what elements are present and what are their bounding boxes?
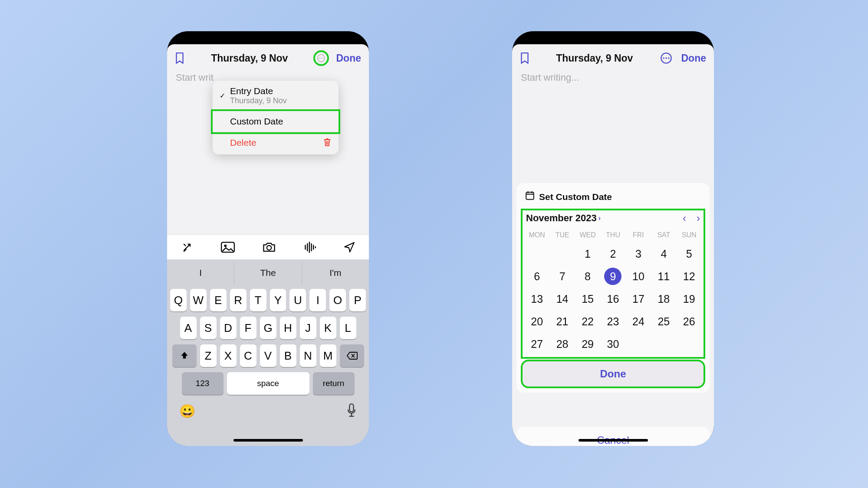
svg-point-3 [322, 58, 324, 59]
key-d[interactable]: D [220, 317, 237, 339]
key-a[interactable]: A [180, 317, 197, 339]
key-w[interactable]: W [190, 289, 207, 311]
calendar-day[interactable]: 6 [524, 265, 549, 288]
emoji-icon[interactable]: 😀 [179, 403, 195, 419]
location-icon[interactable] [344, 242, 355, 253]
calendar-day[interactable]: 10 [626, 265, 651, 288]
key-z[interactable]: Z [200, 344, 217, 367]
chevron-right-icon: › [598, 214, 601, 222]
key-u[interactable]: U [289, 289, 306, 311]
key-v[interactable]: V [260, 344, 276, 367]
calendar-day[interactable]: 13 [524, 288, 549, 310]
menu-item-entry-date[interactable]: ✓ Entry Date Thursday, 9 Nov [213, 81, 339, 111]
calendar-day[interactable]: 9 [600, 265, 625, 288]
done-button[interactable]: Done [336, 52, 361, 64]
editor-sheet: Thursday, 9 Nov Done Start writing... Se… [512, 44, 714, 446]
key-space[interactable]: space [227, 372, 309, 395]
key-numbers[interactable]: 123 [182, 372, 224, 395]
key-y[interactable]: Y [270, 289, 286, 311]
menu-item-delete[interactable]: Delete [213, 132, 339, 154]
key-t[interactable]: T [250, 289, 266, 311]
suggestion[interactable]: I [167, 262, 234, 284]
calendar-day[interactable]: 24 [626, 310, 651, 333]
calendar-day[interactable]: 20 [524, 310, 549, 333]
entry-date-title: Thursday, 9 Nov [556, 52, 633, 64]
key-m[interactable]: M [320, 344, 336, 367]
calendar-day[interactable]: 30 [600, 333, 625, 355]
calendar-day[interactable]: 25 [651, 310, 676, 333]
datepicker-cancel-button[interactable]: Cancel [516, 427, 710, 446]
key-r[interactable]: R [230, 289, 247, 311]
menu-item-label: Custom Date [230, 116, 283, 127]
month-selector[interactable]: November 2023 › [526, 213, 601, 224]
key-q[interactable]: Q [170, 289, 187, 311]
calendar-day[interactable]: 28 [549, 333, 575, 355]
key-h[interactable]: H [280, 317, 296, 339]
calendar-day[interactable]: 27 [524, 333, 549, 355]
editor-textarea[interactable]: Start writing... [512, 72, 714, 83]
key-e[interactable]: E [210, 289, 227, 311]
key-return[interactable]: return [313, 372, 355, 395]
next-month-icon[interactable]: › [697, 212, 700, 224]
svg-point-2 [321, 58, 322, 59]
calendar-day[interactable]: 5 [677, 242, 702, 265]
mic-icon[interactable] [346, 403, 357, 419]
suggestion-bar: I The I'm [167, 262, 369, 284]
key-s[interactable]: S [200, 317, 217, 339]
key-c[interactable]: C [240, 344, 256, 367]
calendar-day[interactable]: 26 [677, 310, 702, 333]
calendar-day[interactable]: 12 [677, 265, 702, 288]
calendar-day[interactable]: 17 [626, 288, 651, 310]
prev-month-icon[interactable]: ‹ [683, 212, 686, 224]
gallery-icon[interactable] [221, 242, 235, 253]
card-title: Set Custom Date [539, 192, 612, 202]
key-i[interactable]: I [309, 289, 326, 311]
calendar-day[interactable]: 19 [677, 288, 702, 310]
key-k[interactable]: K [320, 317, 336, 339]
done-button[interactable]: Done [681, 52, 706, 64]
calendar-day[interactable]: 15 [575, 288, 600, 310]
bookmark-icon[interactable] [520, 52, 529, 64]
sparkle-icon[interactable] [181, 241, 193, 253]
camera-icon[interactable] [262, 242, 276, 253]
calendar-day[interactable]: 23 [600, 310, 625, 333]
key-g[interactable]: G [260, 317, 276, 339]
home-indicator[interactable] [233, 439, 303, 442]
datepicker-done-button[interactable]: Done [523, 361, 704, 386]
calendar-day[interactable]: 7 [549, 265, 575, 288]
calendar-day[interactable]: 16 [600, 288, 625, 310]
key-backspace[interactable] [340, 344, 364, 367]
calendar-day[interactable]: 8 [575, 265, 600, 288]
header-right: Done [314, 51, 361, 65]
key-b[interactable]: B [280, 344, 296, 367]
calendar-day[interactable]: 29 [575, 333, 600, 355]
calendar-day[interactable]: 4 [651, 242, 676, 265]
key-j[interactable]: J [300, 317, 316, 339]
calendar-day[interactable]: 1 [575, 242, 600, 265]
suggestion[interactable]: I'm [302, 262, 369, 284]
menu-item-custom-date[interactable]: Custom Date [213, 111, 339, 132]
key-p[interactable]: P [349, 289, 366, 311]
audio-icon[interactable] [304, 242, 316, 253]
key-f[interactable]: F [240, 317, 256, 339]
calendar-day[interactable]: 11 [651, 265, 676, 288]
calendar-day[interactable]: 18 [651, 288, 676, 310]
weekday-label: THU [600, 231, 625, 239]
calendar-day[interactable]: 14 [549, 288, 575, 310]
more-icon[interactable] [314, 51, 328, 65]
key-n[interactable]: N [300, 344, 316, 367]
key-x[interactable]: X [220, 344, 237, 367]
home-indicator[interactable] [579, 439, 648, 442]
more-icon[interactable] [659, 51, 673, 65]
key-o[interactable]: O [329, 289, 346, 311]
bookmark-icon[interactable] [175, 52, 184, 64]
weekday-label: SUN [677, 231, 702, 239]
calendar-day[interactable]: 21 [549, 310, 575, 333]
calendar-day[interactable]: 2 [600, 242, 625, 265]
calendar-day[interactable]: 3 [626, 242, 651, 265]
key-shift[interactable] [172, 344, 197, 367]
key-l[interactable]: L [340, 317, 356, 339]
calendar-day[interactable]: 22 [575, 310, 600, 333]
suggestion[interactable]: The [234, 262, 302, 284]
svg-point-1 [319, 58, 320, 59]
